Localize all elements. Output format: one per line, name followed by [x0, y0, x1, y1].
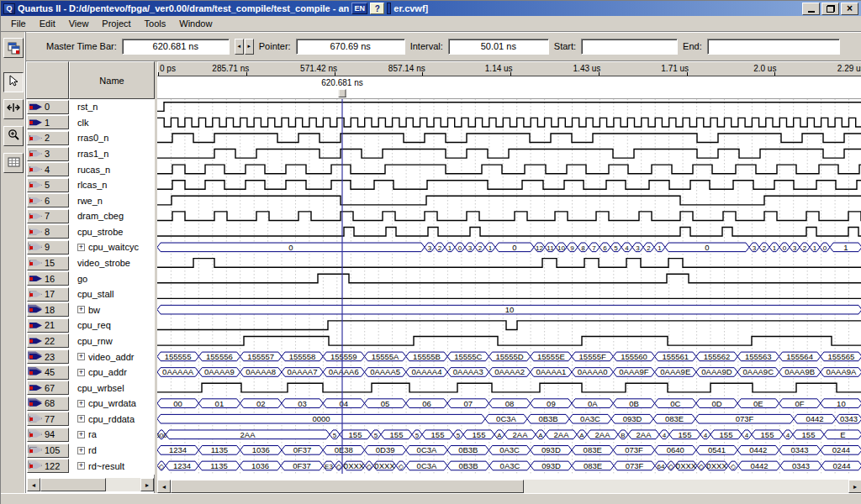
signal-id-button[interactable]: 21: [27, 318, 69, 333]
expand-button[interactable]: +: [77, 369, 85, 376]
scroll-left-icon[interactable]: ◂: [27, 478, 40, 491]
signal-name-cell[interactable]: +ra: [69, 429, 97, 439]
signal-row[interactable]: 6 rwe_n: [26, 192, 155, 208]
waveform-scrollbar-thumb[interactable]: [171, 480, 524, 493]
selection-tool[interactable]: [3, 72, 24, 92]
signal-name-cell[interactable]: +rd: [69, 445, 97, 455]
menu-item-window[interactable]: Window: [172, 17, 219, 30]
signal-id-button[interactable]: 18: [27, 302, 69, 317]
grid-tool[interactable]: [3, 153, 24, 173]
signal-row[interactable]: 122 +rd~result: [26, 458, 155, 474]
signal-row[interactable]: 5 rlcas_n: [26, 177, 155, 193]
signal-row[interactable]: 21 cpu_req: [26, 318, 155, 333]
signal-id-button[interactable]: 3: [27, 147, 69, 161]
signal-id-button[interactable]: 8: [27, 224, 69, 239]
signal-row[interactable]: 16 go: [26, 270, 155, 286]
menu-item-view[interactable]: View: [62, 17, 96, 30]
signal-id-button[interactable]: 9: [27, 240, 69, 255]
signal-row[interactable]: 7 dram_cbeg: [26, 208, 155, 224]
waveform-canvas[interactable]: 0321032101211109876543210321032101101555…: [157, 99, 861, 475]
time-step-right-button[interactable]: ▸: [245, 39, 254, 55]
waveform-edit-tool[interactable]: [3, 99, 24, 119]
wave-scroll-left-icon[interactable]: ◂: [157, 480, 171, 493]
signal-row[interactable]: 23 +video_addr: [26, 349, 155, 365]
signal-id-button[interactable]: 2: [27, 131, 69, 145]
signal-row[interactable]: 94 +ra: [26, 427, 155, 443]
signal-id-button[interactable]: 4: [27, 162, 69, 176]
expand-button[interactable]: +: [77, 400, 85, 407]
menu-item-edit[interactable]: Edit: [33, 17, 62, 30]
help-icon[interactable]: ?: [370, 3, 384, 14]
expand-button[interactable]: +: [77, 306, 85, 313]
signal-name-cell[interactable]: +cpu_wrdata: [69, 398, 136, 408]
signal-row[interactable]: 2 rras0_n: [26, 130, 155, 146]
master-time-bar-value[interactable]: 620.681 ns: [122, 39, 230, 55]
signal-name-cell[interactable]: clk: [69, 118, 88, 128]
zoom-tool[interactable]: [3, 126, 24, 146]
signal-name-cell[interactable]: +bw: [69, 305, 100, 315]
time-ruler[interactable]: 0 ps285.71 ns571.42 ns857.14 ns1.14 us1.…: [157, 61, 861, 76]
signal-id-button[interactable]: 94: [27, 428, 69, 442]
signal-row[interactable]: 8 cpu_strobe: [26, 224, 155, 240]
signal-name-cell[interactable]: cpu_rnw: [69, 336, 113, 346]
wave-scroll-right-icon[interactable]: ▸: [848, 480, 861, 493]
signal-name-cell[interactable]: cpu_req: [69, 320, 111, 330]
signal-name-cell[interactable]: +cpu_waitcyc: [69, 242, 139, 252]
signal-name-cell[interactable]: rucas_n: [69, 165, 110, 175]
signal-id-button[interactable]: 1: [27, 115, 69, 129]
signal-name-cell[interactable]: +video_addr: [69, 352, 134, 362]
waveform-horizontal-scrollbar[interactable]: ◂ ▸: [157, 480, 861, 493]
signal-id-button[interactable]: 5: [27, 178, 69, 192]
signal-row[interactable]: 3 rras1_n: [26, 146, 155, 162]
signal-id-button[interactable]: 67: [27, 381, 69, 395]
expand-button[interactable]: +: [77, 244, 85, 251]
menu-item-file[interactable]: File: [4, 17, 33, 30]
signal-id-button[interactable]: 68: [27, 396, 69, 411]
master-bar-strip[interactable]: 620.681 ns: [157, 76, 861, 99]
signal-name-cell[interactable]: +rd~result: [69, 461, 124, 471]
signal-name-cell[interactable]: rras0_n: [69, 133, 108, 143]
signal-id-button[interactable]: 7: [27, 209, 69, 223]
signal-name-cell[interactable]: video_strobe: [69, 258, 130, 268]
signal-id-button[interactable]: 22: [27, 333, 69, 348]
signal-name-cell[interactable]: cpu_strobe: [69, 227, 123, 237]
signal-row[interactable]: 77 +cpu_rddata: [26, 412, 155, 428]
signal-name-cell[interactable]: +cpu_addr: [69, 367, 127, 377]
signal-id-button[interactable]: 122: [27, 459, 69, 473]
start-value[interactable]: [581, 39, 678, 55]
names-horizontal-scrollbar[interactable]: ◂ ▸: [27, 478, 154, 491]
report-window-button[interactable]: [3, 38, 24, 58]
signal-row[interactable]: 9 +cpu_waitcyc: [26, 239, 155, 255]
signal-id-button[interactable]: 23: [27, 349, 69, 364]
time-step-left-button[interactable]: ◂: [235, 39, 244, 55]
restore-button[interactable]: [821, 3, 839, 15]
expand-button[interactable]: +: [77, 353, 85, 360]
scroll-right-icon[interactable]: ▸: [140, 478, 154, 491]
signal-row[interactable]: 105 +rd: [26, 443, 155, 459]
signal-id-button[interactable]: 45: [27, 365, 69, 380]
signal-row[interactable]: 68 +cpu_wrdata: [26, 396, 155, 412]
menu-item-project[interactable]: Project: [95, 17, 137, 30]
master-time-cursor-handle[interactable]: [339, 89, 346, 97]
signal-row[interactable]: 15 video_strobe: [26, 255, 155, 271]
language-bar-grip[interactable]: [387, 3, 391, 14]
signal-name-cell[interactable]: +cpu_rddata: [69, 414, 135, 424]
signal-name-cell[interactable]: cpu_wrbsel: [69, 383, 124, 393]
expand-button[interactable]: +: [77, 415, 85, 423]
names-scrollbar-thumb[interactable]: [40, 478, 106, 491]
signal-row[interactable]: 17 cpu_stall: [26, 286, 155, 302]
signal-id-button[interactable]: 105: [27, 444, 69, 458]
signal-name-cell[interactable]: go: [69, 274, 87, 284]
signal-row[interactable]: 45 +cpu_addr: [26, 365, 155, 381]
signal-row[interactable]: 1 clk: [26, 115, 155, 131]
signal-id-button[interactable]: 15: [27, 256, 69, 270]
language-indicator-badge[interactable]: EN: [351, 3, 367, 14]
expand-button[interactable]: +: [77, 431, 85, 438]
signal-row[interactable]: 4 rucas_n: [26, 161, 155, 177]
expand-button[interactable]: +: [77, 447, 85, 454]
signal-name-cell[interactable]: cpu_stall: [69, 289, 114, 299]
signal-id-button[interactable]: 0: [27, 100, 69, 114]
signal-name-cell[interactable]: rst_n: [69, 102, 98, 112]
menu-item-tools[interactable]: Tools: [138, 17, 173, 30]
signal-id-button[interactable]: 16: [27, 271, 69, 286]
